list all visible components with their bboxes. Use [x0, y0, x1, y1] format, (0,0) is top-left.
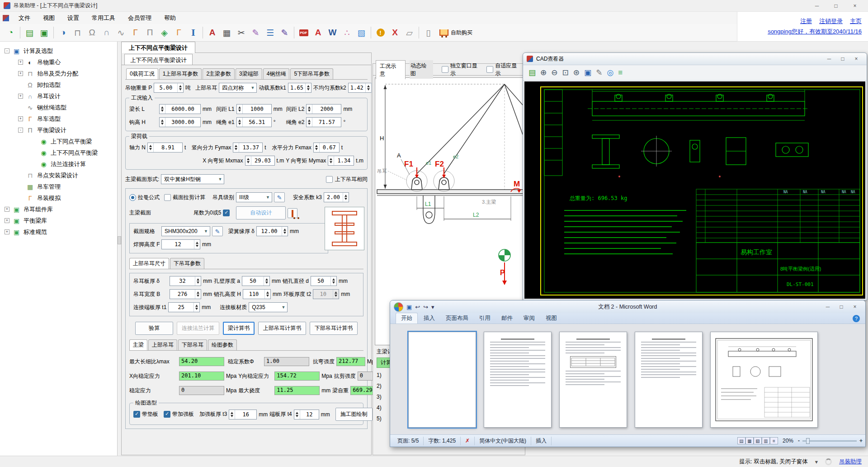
home-link[interactable]: 主页	[850, 17, 862, 25]
tab-home[interactable]: 开始	[396, 313, 418, 324]
account-greeting[interactable]: songping您好，有效期至2040/11/16	[768, 28, 862, 36]
rope-angle-e2-input[interactable]: 71.57	[306, 117, 341, 127]
page-thumbnail-1[interactable]	[408, 332, 476, 428]
upper-lug-report-button[interactable]: 上部吊耳计算书	[258, 322, 306, 335]
self-purchase-button[interactable]: 自助购买	[439, 29, 472, 37]
redo-icon[interactable]: ↪	[423, 304, 428, 310]
word-count[interactable]: 字数: 1,425	[424, 437, 461, 445]
crane-sim-icon[interactable]: Γ	[172, 25, 186, 40]
menu-member[interactable]: 会员管理	[122, 12, 157, 24]
sling-beam-icon[interactable]: ⊓	[71, 25, 85, 40]
plate-material-select[interactable]: Q235▼	[249, 302, 288, 312]
spellcheck-icon[interactable]: ✗	[461, 437, 475, 445]
tab-result-draw-params[interactable]: 绘图参数	[208, 339, 237, 350]
tree-item-mount-beam[interactable]: ⊓吊点安装梁设计	[0, 170, 117, 181]
tab-upper-lug-size[interactable]: 上部吊耳尺寸	[129, 258, 169, 269]
flange-thickness-input[interactable]: 12.00	[256, 226, 288, 236]
layers-icon[interactable]: ≡	[618, 68, 623, 77]
expander-icon[interactable]: +	[18, 94, 23, 99]
font-export-icon[interactable]: A	[311, 25, 325, 40]
independent-window-checkbox[interactable]	[442, 66, 448, 73]
tree-item-crane-selection[interactable]: +Γ吊车选型	[0, 113, 117, 124]
calculator-icon[interactable]: ▦	[220, 25, 234, 40]
menu-tools[interactable]: 常用工具	[86, 12, 121, 24]
print-layout-view-icon[interactable]: ▤	[737, 437, 745, 444]
fxmax-input[interactable]: 0.67	[313, 143, 340, 152]
hint-dropdown-icon[interactable]: ▾	[815, 458, 818, 465]
expander-icon[interactable]: +	[5, 218, 9, 223]
tree-splitter[interactable]	[118, 42, 121, 456]
molecule-icon[interactable]: ∴	[340, 25, 354, 40]
tab-lower-lug-params[interactable]: 下吊耳参数	[170, 258, 204, 269]
tree-item-wire-rope[interactable]: ∿钢丝绳选型	[0, 102, 117, 113]
logout-link[interactable]: 注销登录	[819, 17, 843, 25]
zoom-in-button[interactable]: +	[859, 438, 863, 444]
tree-item-crane-manage[interactable]: ▦吊车管理	[0, 181, 117, 192]
clipboard-icon[interactable]: ▯	[421, 25, 435, 40]
wire-rope-icon[interactable]: ∿	[114, 25, 128, 40]
tree-item-balance-beam[interactable]: -Π平衡梁设计	[0, 124, 117, 136]
construction-drawing-button[interactable]: 施工图绘制	[335, 408, 373, 421]
quick-access-more-icon[interactable]: ▾	[431, 304, 434, 310]
fymax-input[interactable]: 13.37	[233, 143, 263, 152]
raman-radio[interactable]	[129, 194, 136, 201]
balance-beam-icon[interactable]: Π	[143, 25, 157, 40]
upper-lug-select[interactable]: 四点对称▼	[219, 83, 257, 93]
buy-section-button[interactable]	[288, 208, 297, 218]
lug-icon[interactable]: ∩	[99, 25, 113, 40]
stiffener-checkbox[interactable]	[164, 411, 170, 418]
warning-icon[interactable]: !	[373, 25, 387, 40]
open-project-icon[interactable]: ▤	[23, 25, 37, 40]
tab-upper-lug[interactable]: 1上部吊耳参数	[159, 68, 202, 79]
tree-item-lift-force[interactable]: +⊓抬吊及受力分配	[0, 68, 117, 79]
help-icon[interactable]: ?	[853, 315, 860, 322]
auto-fit-checkbox[interactable]	[486, 66, 493, 73]
cad-minimize-button[interactable]: ─	[822, 53, 836, 64]
t3-input[interactable]: 16	[229, 410, 257, 419]
spacing-l1-input[interactable]: 1000	[236, 104, 272, 114]
t4-input[interactable]: 12	[294, 410, 319, 419]
k1-input[interactable]: 1.65	[288, 83, 311, 93]
save-icon[interactable]: ▣	[584, 68, 591, 77]
checklist-icon[interactable]: ☰	[263, 25, 277, 40]
tab-result-lower-lug[interactable]: 下部吊耳	[178, 339, 207, 350]
scissors-icon[interactable]: ✂	[234, 25, 248, 40]
tree-item-lug-library[interactable]: +▣吊耳组件库	[0, 204, 117, 215]
delete-icon[interactable]: X	[388, 25, 402, 40]
tab-scenario-sketch[interactable]: 工况示意	[376, 60, 406, 79]
page-thumbnail-5[interactable]	[710, 332, 818, 428]
menu-settings[interactable]: 设置	[61, 12, 85, 24]
zoom-out-button[interactable]: -	[798, 438, 800, 444]
verify-button[interactable]: 验算	[135, 322, 173, 335]
document-tab[interactable]: 上下不同点平衡梁设计	[121, 42, 195, 53]
minimize-button[interactable]: ─	[807, 0, 826, 11]
zoom-level[interactable]: 20%	[778, 437, 798, 445]
save-icon[interactable]: ▣	[37, 25, 51, 40]
word-export-icon[interactable]: W	[326, 25, 340, 40]
shear-calc-checkbox[interactable]	[164, 194, 171, 201]
menu-file[interactable]: 文件	[13, 12, 36, 24]
lower-lug-report-button[interactable]: 下部吊耳计算书	[310, 322, 358, 335]
page-thumbnail-2[interactable]	[484, 332, 552, 428]
zoom-in-icon[interactable]: ⊕	[540, 68, 547, 77]
tree-item-standards[interactable]: +▣标准规范	[0, 226, 117, 238]
outline-view-icon[interactable]: ▥	[762, 437, 770, 444]
tree-item-flange-calc[interactable]: ◉法兰连接计算	[0, 158, 117, 170]
zoom-slider[interactable]	[802, 440, 857, 442]
app-home-link[interactable]: 吊装助理	[839, 458, 862, 466]
shackle-icon[interactable]: Ω	[85, 25, 99, 40]
expander-icon[interactable]: +	[18, 116, 23, 121]
tab-main-beam[interactable]: 2主梁参数	[203, 68, 235, 79]
ibeam-icon[interactable]: I	[186, 25, 200, 40]
tree-item-diff-point-beam[interactable]: ◉上下不同点平衡梁	[0, 147, 117, 158]
mxmax-input[interactable]: 29.03	[245, 156, 275, 166]
eraser-icon[interactable]: ▱	[402, 25, 416, 40]
tab-result-main-beam[interactable]: 主梁	[129, 339, 147, 350]
weld-height-input[interactable]: 12	[161, 239, 200, 249]
tree-item-same-point-beam[interactable]: ◉上下同点平衡梁	[0, 136, 117, 147]
page-thumbnail-4[interactable]	[635, 332, 703, 428]
markup-icon[interactable]: ✎	[596, 68, 602, 77]
pen-icon[interactable]: ✎	[278, 25, 292, 40]
tab-review[interactable]: 审阅	[519, 313, 540, 324]
open-folder-icon[interactable]: ▤	[528, 68, 536, 77]
